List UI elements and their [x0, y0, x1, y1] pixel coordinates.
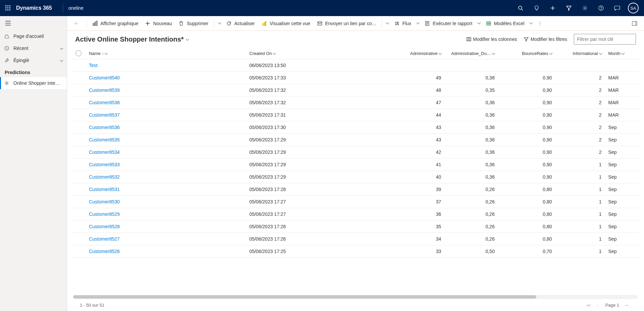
email-split-chevron[interactable] [384, 18, 391, 29]
row-select[interactable] [72, 208, 86, 221]
user-avatar[interactable]: SA [628, 3, 639, 13]
table-row[interactable]: Test06/06/2023 13:50 [72, 59, 639, 72]
sidebar-item-entity[interactable]: Online Shopper Inte… [0, 77, 67, 89]
view-selector-chevron[interactable] [186, 37, 189, 42]
cell-name[interactable]: Customer8538 [86, 97, 246, 109]
table-row[interactable]: Customer853305/06/2023 17:29410,360,901S… [72, 159, 639, 171]
col-header-name[interactable]: Name↓ [86, 48, 246, 59]
back-button[interactable] [71, 18, 82, 29]
run-report-button[interactable]: Exécuter le rapport [421, 18, 476, 29]
next-page-button[interactable]: → [622, 303, 631, 308]
email-link-button[interactable]: Envoyer un lien par co… [314, 18, 380, 29]
table-row[interactable]: Customer853005/06/2023 17:27370,260,801S… [72, 196, 639, 208]
row-select[interactable] [72, 121, 86, 134]
grid-scroll[interactable]: Name↓ Created On Administrative Administ… [72, 48, 639, 293]
cell-name[interactable]: Customer8537 [86, 109, 246, 121]
table-row[interactable]: Customer853805/06/2023 17:32470,360,902M… [72, 97, 639, 109]
add-icon[interactable] [545, 0, 561, 16]
excel-templates-button[interactable]: Modèles Excel [483, 18, 528, 29]
refresh-button[interactable]: Actualiser [223, 18, 258, 29]
table-row[interactable]: Customer853905/06/2023 17:32480,350,902M… [72, 84, 639, 97]
col-header-admin[interactable]: Administrative [399, 48, 445, 59]
cell-name[interactable]: Customer8535 [86, 134, 246, 146]
cell-name[interactable]: Test [86, 59, 246, 72]
cell-name[interactable]: Customer8533 [86, 159, 246, 171]
row-select[interactable] [72, 221, 86, 233]
visualize-button[interactable]: Visualiser cette vue [258, 18, 313, 29]
col-header-admin-du[interactable]: Administrative_Du… [445, 48, 498, 59]
cell-name[interactable]: Customer8530 [86, 196, 246, 208]
cmd-label: Envoyer un lien par co… [325, 21, 377, 26]
table-row[interactable]: Customer853405/06/2023 17:29420,360,902S… [72, 146, 639, 159]
table-row[interactable]: Customer853205/06/2023 17:29400,360,901S… [72, 171, 639, 183]
cell-name[interactable]: Customer8528 [86, 221, 246, 233]
row-select[interactable] [72, 109, 86, 121]
table-row[interactable]: Customer853505/06/2023 17:29430,360,902S… [72, 134, 639, 146]
flow-button[interactable]: Flux [391, 18, 414, 29]
cell-name[interactable]: Customer8532 [86, 171, 246, 183]
select-all-header[interactable] [72, 48, 86, 59]
row-select[interactable] [72, 183, 86, 196]
cell-name[interactable]: Customer8531 [86, 183, 246, 196]
table-row[interactable]: Customer852605/06/2023 17:25330,500,701S… [72, 245, 639, 258]
table-row[interactable]: Customer852905/06/2023 17:27360,260,801S… [72, 208, 639, 221]
cell-name[interactable]: Customer8534 [86, 146, 246, 159]
sidebar-item-home[interactable]: Page d'accueil [0, 30, 67, 42]
row-select[interactable] [72, 72, 86, 84]
more-commands-button[interactable]: ⋮ [535, 21, 545, 26]
view-title[interactable]: Active Online Shopper Intentions* [75, 36, 184, 43]
filter-icon[interactable] [561, 0, 577, 16]
app-launcher-icon[interactable] [3, 3, 13, 13]
excel-chevron[interactable] [528, 18, 535, 29]
cell-name[interactable]: Customer8526 [86, 245, 246, 258]
report-chevron[interactable] [476, 18, 483, 29]
row-select[interactable] [72, 171, 86, 183]
row-select[interactable] [72, 196, 86, 208]
table-row[interactable]: Customer853605/06/2023 17:30430,360,902S… [72, 121, 639, 134]
keyword-filter-input[interactable] [574, 34, 636, 45]
row-select[interactable] [72, 134, 86, 146]
cell-name[interactable]: Customer8539 [86, 84, 246, 97]
row-select[interactable] [72, 233, 86, 245]
show-chart-button[interactable]: Afficher graphique [89, 18, 142, 29]
row-select[interactable] [72, 97, 86, 109]
settings-icon[interactable] [577, 0, 593, 16]
hamburger-icon[interactable] [0, 16, 67, 30]
delete-button[interactable]: Supprimer [175, 18, 212, 29]
sidebar-item-pinned[interactable]: Épinglé [0, 54, 67, 66]
cell-name[interactable]: Customer8529 [86, 208, 246, 221]
col-header-info[interactable]: Informational [555, 48, 605, 59]
flow-chevron[interactable] [414, 18, 421, 29]
cell-name[interactable]: Customer8536 [86, 121, 246, 134]
table-row[interactable]: Customer852705/06/2023 17:26340,260,801S… [72, 233, 639, 245]
col-header-created[interactable]: Created On [246, 48, 399, 59]
app-name[interactable]: oneline [68, 5, 84, 11]
lightbulb-icon[interactable] [529, 0, 545, 16]
prev-page-button[interactable]: ← [593, 303, 603, 308]
table-row[interactable]: Customer853105/06/2023 17:28390,260,801S… [72, 183, 639, 196]
col-header-bounce[interactable]: BounceRates [498, 48, 555, 59]
row-select[interactable] [72, 159, 86, 171]
sidebar-item-recent[interactable]: Récent [0, 42, 67, 54]
brand-label[interactable]: Dynamics 365 [16, 5, 52, 11]
help-icon[interactable] [593, 0, 609, 16]
first-page-button[interactable]: ⏮ [584, 303, 593, 308]
delete-split-chevron[interactable] [216, 18, 223, 29]
row-select[interactable] [72, 59, 86, 72]
new-button[interactable]: Nouveau [142, 18, 175, 29]
edit-columns-button[interactable]: Modifier les colonnes [466, 37, 517, 42]
row-select[interactable] [72, 245, 86, 258]
table-row[interactable]: Customer854005/06/2023 17:33490,380,902M… [72, 72, 639, 84]
col-header-month[interactable]: Month [605, 48, 639, 59]
row-select[interactable] [72, 84, 86, 97]
row-select[interactable] [72, 146, 86, 159]
search-icon[interactable] [512, 0, 529, 16]
table-row[interactable]: Customer853705/06/2023 17:31440,360,902M… [72, 109, 639, 121]
table-row[interactable]: Customer852805/06/2023 17:26350,260,801S… [72, 221, 639, 233]
cell-name[interactable]: Customer8540 [86, 72, 246, 84]
collapse-pane-icon[interactable] [629, 21, 640, 26]
cell-name[interactable]: Customer8527 [86, 233, 246, 245]
horizontal-scrollbar[interactable] [73, 295, 638, 299]
assistant-icon[interactable] [609, 0, 625, 16]
edit-filters-button[interactable]: Modifier les filtres [524, 37, 567, 42]
